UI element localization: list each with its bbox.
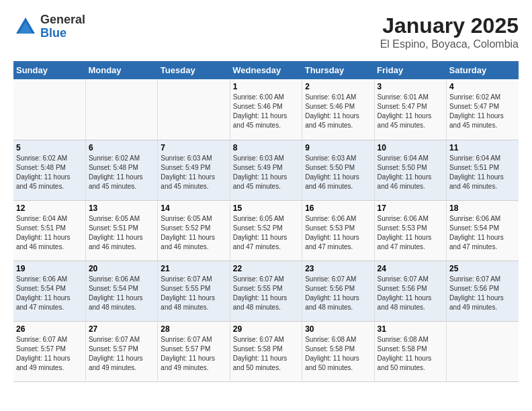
day-number: 20 [89, 264, 154, 273]
day-info: Sunrise: 6:05 AMSunset: 5:51 PMDaylight:… [89, 214, 154, 252]
day-info: Sunrise: 6:06 AMSunset: 5:54 PMDaylight:… [449, 214, 516, 252]
day-number: 4 [449, 82, 516, 91]
week-row-4: 26Sunrise: 6:07 AMSunset: 5:57 PMDayligh… [13, 321, 519, 381]
calendar-cell: 12Sunrise: 6:04 AMSunset: 5:51 PMDayligh… [13, 200, 85, 261]
day-number: 9 [305, 143, 371, 152]
day-number: 29 [233, 324, 299, 334]
day-info: Sunrise: 6:07 AMSunset: 5:56 PMDaylight:… [305, 275, 371, 312]
week-row-2: 12Sunrise: 6:04 AMSunset: 5:51 PMDayligh… [13, 200, 519, 261]
sub-title: El Espino, Boyaca, Colombia [380, 38, 519, 50]
day-info: Sunrise: 6:05 AMSunset: 5:52 PMDaylight:… [233, 214, 299, 252]
calendar-cell: 25Sunrise: 6:07 AMSunset: 5:56 PMDayligh… [447, 261, 519, 321]
calendar-cell: 13Sunrise: 6:05 AMSunset: 5:51 PMDayligh… [85, 200, 157, 261]
day-info: Sunrise: 6:06 AMSunset: 5:54 PMDaylight:… [89, 275, 154, 312]
calendar-cell: 22Sunrise: 6:07 AMSunset: 5:55 PMDayligh… [230, 261, 302, 321]
day-number: 19 [16, 264, 83, 273]
day-number: 31 [378, 324, 443, 334]
day-info: Sunrise: 6:07 AMSunset: 5:56 PMDaylight:… [449, 275, 516, 312]
calendar-cell: 17Sunrise: 6:06 AMSunset: 5:53 PMDayligh… [374, 200, 446, 261]
day-info: Sunrise: 6:06 AMSunset: 5:53 PMDaylight:… [378, 214, 443, 252]
day-number: 1 [233, 82, 299, 91]
day-info: Sunrise: 6:07 AMSunset: 5:56 PMDaylight:… [378, 275, 443, 312]
day-number: 12 [16, 203, 83, 213]
calendar-cell: 9Sunrise: 6:03 AMSunset: 5:50 PMDaylight… [302, 140, 374, 200]
calendar-cell: 10Sunrise: 6:04 AMSunset: 5:50 PMDayligh… [374, 140, 446, 200]
calendar-cell: 6Sunrise: 6:02 AMSunset: 5:48 PMDaylight… [85, 140, 157, 200]
calendar-cell: 3Sunrise: 6:01 AMSunset: 5:47 PMDaylight… [374, 79, 446, 140]
header-row: SundayMondayTuesdayWednesdayThursdayFrid… [13, 61, 519, 79]
calendar-cell: 5Sunrise: 6:02 AMSunset: 5:48 PMDaylight… [13, 140, 85, 200]
day-info: Sunrise: 6:03 AMSunset: 5:49 PMDaylight:… [161, 154, 226, 191]
day-number: 18 [449, 203, 516, 213]
day-info: Sunrise: 6:02 AMSunset: 5:48 PMDaylight:… [89, 154, 154, 191]
header-cell-wednesday: Wednesday [230, 61, 302, 79]
day-number: 15 [233, 203, 299, 213]
day-info: Sunrise: 6:03 AMSunset: 5:50 PMDaylight:… [305, 154, 371, 191]
day-info: Sunrise: 6:01 AMSunset: 5:46 PMDaylight:… [305, 93, 371, 130]
calendar-cell [85, 79, 157, 140]
day-info: Sunrise: 6:04 AMSunset: 5:50 PMDaylight:… [378, 154, 443, 191]
calendar-cell: 29Sunrise: 6:07 AMSunset: 5:58 PMDayligh… [230, 321, 302, 381]
day-info: Sunrise: 6:00 AMSunset: 5:46 PMDaylight:… [233, 93, 299, 130]
calendar-cell: 15Sunrise: 6:05 AMSunset: 5:52 PMDayligh… [230, 200, 302, 261]
calendar-cell [13, 79, 85, 140]
day-info: Sunrise: 6:07 AMSunset: 5:57 PMDaylight:… [89, 335, 154, 373]
day-info: Sunrise: 6:02 AMSunset: 5:48 PMDaylight:… [16, 154, 83, 191]
header-cell-friday: Friday [374, 61, 446, 79]
header-cell-thursday: Thursday [302, 61, 374, 79]
day-info: Sunrise: 6:04 AMSunset: 5:51 PMDaylight:… [16, 214, 83, 252]
calendar-cell: 28Sunrise: 6:07 AMSunset: 5:57 PMDayligh… [158, 321, 230, 381]
logo: General Blue [13, 13, 85, 40]
logo-icon [13, 15, 38, 39]
calendar-body: 1Sunrise: 6:00 AMSunset: 5:46 PMDaylight… [13, 79, 519, 381]
calendar-cell: 26Sunrise: 6:07 AMSunset: 5:57 PMDayligh… [13, 321, 85, 381]
day-number: 27 [89, 324, 154, 334]
calendar-cell: 31Sunrise: 6:08 AMSunset: 5:58 PMDayligh… [374, 321, 446, 381]
calendar-header: SundayMondayTuesdayWednesdayThursdayFrid… [13, 61, 519, 79]
day-number: 14 [161, 203, 226, 213]
day-number: 3 [378, 82, 443, 91]
day-number: 10 [378, 143, 443, 152]
calendar-cell: 1Sunrise: 6:00 AMSunset: 5:46 PMDaylight… [230, 79, 302, 140]
calendar-cell: 2Sunrise: 6:01 AMSunset: 5:46 PMDaylight… [302, 79, 374, 140]
day-number: 23 [305, 264, 371, 273]
calendar-cell: 24Sunrise: 6:07 AMSunset: 5:56 PMDayligh… [374, 261, 446, 321]
day-info: Sunrise: 6:07 AMSunset: 5:55 PMDaylight:… [161, 275, 226, 312]
day-info: Sunrise: 6:01 AMSunset: 5:47 PMDaylight:… [378, 93, 443, 130]
day-number: 11 [449, 143, 516, 152]
day-info: Sunrise: 6:07 AMSunset: 5:57 PMDaylight:… [161, 335, 226, 373]
day-info: Sunrise: 6:02 AMSunset: 5:47 PMDaylight:… [449, 93, 516, 130]
day-number: 13 [89, 203, 154, 213]
logo-blue: Blue [40, 27, 85, 40]
calendar-cell [158, 79, 230, 140]
day-number: 6 [89, 143, 154, 152]
day-number: 8 [233, 143, 299, 152]
week-row-1: 5Sunrise: 6:02 AMSunset: 5:48 PMDaylight… [13, 140, 519, 200]
day-number: 26 [16, 324, 83, 334]
calendar-cell: 30Sunrise: 6:08 AMSunset: 5:58 PMDayligh… [302, 321, 374, 381]
day-number: 7 [161, 143, 226, 152]
header-cell-monday: Monday [85, 61, 157, 79]
calendar-cell: 4Sunrise: 6:02 AMSunset: 5:47 PMDaylight… [447, 79, 519, 140]
calendar-cell: 19Sunrise: 6:06 AMSunset: 5:54 PMDayligh… [13, 261, 85, 321]
day-info: Sunrise: 6:06 AMSunset: 5:54 PMDaylight:… [16, 275, 83, 312]
calendar-cell: 11Sunrise: 6:04 AMSunset: 5:51 PMDayligh… [447, 140, 519, 200]
day-info: Sunrise: 6:06 AMSunset: 5:53 PMDaylight:… [305, 214, 371, 252]
day-number: 5 [16, 143, 83, 152]
calendar-cell: 16Sunrise: 6:06 AMSunset: 5:53 PMDayligh… [302, 200, 374, 261]
header-cell-sunday: Sunday [13, 61, 85, 79]
calendar-cell: 14Sunrise: 6:05 AMSunset: 5:52 PMDayligh… [158, 200, 230, 261]
calendar-cell: 8Sunrise: 6:03 AMSunset: 5:49 PMDaylight… [230, 140, 302, 200]
day-number: 24 [378, 264, 443, 273]
calendar-cell: 21Sunrise: 6:07 AMSunset: 5:55 PMDayligh… [158, 261, 230, 321]
day-info: Sunrise: 6:07 AMSunset: 5:57 PMDaylight:… [16, 335, 83, 373]
calendar-cell: 20Sunrise: 6:06 AMSunset: 5:54 PMDayligh… [85, 261, 157, 321]
main-title: January 2025 [380, 13, 519, 38]
title-area: January 2025 El Espino, Boyaca, Colombia [380, 13, 519, 50]
day-info: Sunrise: 6:07 AMSunset: 5:58 PMDaylight:… [233, 335, 299, 373]
week-row-3: 19Sunrise: 6:06 AMSunset: 5:54 PMDayligh… [13, 261, 519, 321]
day-number: 28 [161, 324, 226, 334]
logo-text: General Blue [40, 13, 85, 40]
day-number: 30 [305, 324, 371, 334]
header: General Blue January 2025 El Espino, Boy… [13, 13, 519, 50]
